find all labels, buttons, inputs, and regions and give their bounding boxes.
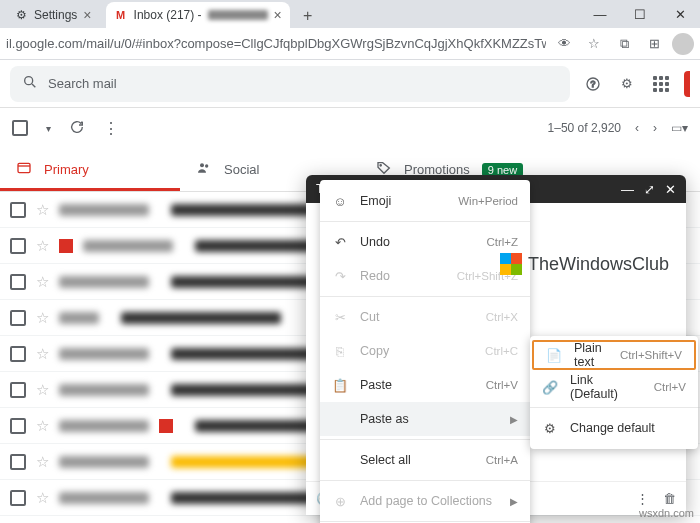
search-box[interactable]: Search mail (10, 66, 570, 102)
more-compose-icon[interactable]: ⋮ (636, 491, 649, 506)
tab-title: Settings (34, 8, 77, 22)
gear-icon: ⚙ (14, 8, 28, 22)
label-icon (159, 419, 173, 433)
expand-compose-icon[interactable]: ⤢ (644, 182, 655, 197)
star-icon[interactable]: ☆ (36, 489, 49, 507)
minimize-button[interactable]: — (580, 0, 620, 28)
cut-icon: ✂ (332, 310, 348, 325)
tab-primary[interactable]: Primary (0, 148, 180, 191)
star-icon[interactable]: ☆ (582, 32, 606, 56)
input-tools-icon[interactable]: ▭▾ (671, 121, 688, 135)
tab-label: Social (224, 162, 259, 177)
select-all-checkbox[interactable] (12, 120, 28, 136)
more-icon[interactable]: ⋮ (103, 119, 119, 138)
collections-icon[interactable]: ⧉ (612, 32, 636, 56)
row-checkbox[interactable] (10, 382, 26, 398)
ctx-paste-as[interactable]: Paste as▶ (320, 402, 530, 436)
close-icon[interactable]: × (83, 7, 91, 23)
sender (59, 276, 149, 288)
next-page-icon[interactable]: › (653, 121, 657, 135)
url-text[interactable]: il.google.com/mail/u/0/#inbox?compose=Cl… (6, 36, 546, 51)
close-window-button[interactable]: ✕ (660, 0, 700, 28)
ctx-shortcut: Ctrl+A (486, 454, 518, 466)
row-checkbox[interactable] (10, 490, 26, 506)
gear-icon: ⚙ (542, 421, 558, 436)
sender (59, 312, 99, 324)
ctx-label: Select all (360, 453, 411, 467)
prev-page-icon[interactable]: ‹ (635, 121, 639, 135)
refresh-icon[interactable] (69, 119, 85, 138)
star-icon[interactable]: ☆ (36, 417, 49, 435)
row-checkbox[interactable] (10, 454, 26, 470)
maximize-button[interactable]: ☐ (620, 0, 660, 28)
row-checkbox[interactable] (10, 346, 26, 362)
close-icon[interactable]: × (274, 7, 282, 23)
paste-icon: 📋 (332, 378, 348, 393)
apps-icon[interactable] (650, 73, 672, 95)
subject (121, 312, 281, 324)
redo-icon: ↷ (332, 269, 348, 284)
row-checkbox[interactable] (10, 418, 26, 434)
gmail-icon: M (114, 8, 128, 22)
settings-gear-icon[interactable]: ⚙ (616, 73, 638, 95)
ctx-emoji[interactable]: ☺EmojiWin+Period (320, 184, 530, 218)
ctx-copy: ⎘CopyCtrl+C (320, 334, 530, 368)
ctx-label: Paste (360, 378, 392, 392)
help-icon[interactable]: ? (582, 73, 604, 95)
sender (59, 204, 149, 216)
minimize-compose-icon[interactable]: — (621, 182, 634, 197)
mail-toolbar: ▾ ⋮ 1–50 of 2,920 ‹ › ▭▾ (0, 108, 700, 148)
account-avatar[interactable] (684, 71, 690, 97)
sender (59, 420, 149, 432)
star-icon[interactable]: ☆ (36, 453, 49, 471)
submenu-change-default[interactable]: ⚙Change default (530, 411, 698, 445)
chevron-down-icon[interactable]: ▾ (46, 123, 51, 134)
svg-point-7 (380, 165, 381, 166)
tab-title-blur (208, 10, 268, 20)
ctx-shortcut: Ctrl+Shift+V (620, 349, 682, 361)
ctx-label: Cut (360, 310, 379, 324)
star-icon[interactable]: ☆ (36, 345, 49, 363)
ctx-shortcut: Ctrl+C (485, 345, 518, 357)
star-icon[interactable]: ☆ (36, 309, 49, 327)
ctx-select-all[interactable]: Select allCtrl+A (320, 443, 530, 477)
star-icon[interactable]: ☆ (36, 201, 49, 219)
ctx-label: Link (Default) (570, 373, 642, 401)
svg-point-5 (200, 163, 204, 167)
profile-avatar[interactable] (672, 33, 694, 55)
star-icon[interactable]: ☆ (36, 381, 49, 399)
ctx-paste[interactable]: 📋PasteCtrl+V (320, 368, 530, 402)
delete-draft-icon[interactable]: 🗑 (663, 491, 676, 506)
row-checkbox[interactable] (10, 202, 26, 218)
separator (320, 439, 530, 440)
new-tab-button[interactable]: + (296, 4, 320, 28)
row-checkbox[interactable] (10, 238, 26, 254)
svg-line-1 (32, 84, 35, 87)
watermark-wsxdn: wsxdn.com (639, 507, 694, 519)
inbox-icon (16, 160, 32, 179)
submenu-plain-text[interactable]: 📄Plain textCtrl+Shift+V (532, 340, 696, 370)
ctx-label: Plain text (574, 341, 608, 369)
browser-tab-settings[interactable]: ⚙ Settings × (6, 2, 100, 28)
close-compose-icon[interactable]: ✕ (665, 182, 676, 197)
ctx-redo: ↷RedoCtrl+Shift+Z (320, 259, 530, 293)
window-controls: — ☐ ✕ (580, 0, 700, 28)
svg-text:?: ? (591, 79, 596, 89)
extensions-icon[interactable]: ⊞ (642, 32, 666, 56)
browser-tab-gmail[interactable]: M Inbox (217) - × (106, 2, 290, 28)
sender (59, 348, 149, 360)
ctx-shortcut: Ctrl+V (486, 379, 518, 391)
ctx-undo[interactable]: ↶UndoCtrl+Z (320, 225, 530, 259)
star-icon[interactable]: ☆ (36, 273, 49, 291)
ctx-label: Copy (360, 344, 389, 358)
eye-icon[interactable]: 👁 (552, 32, 576, 56)
search-icon (22, 74, 38, 93)
gmail-header: Search mail ? ⚙ (0, 60, 700, 108)
context-menu: ☺EmojiWin+Period ↶UndoCtrl+Z ↷RedoCtrl+S… (320, 180, 530, 523)
row-checkbox[interactable] (10, 310, 26, 326)
row-checkbox[interactable] (10, 274, 26, 290)
separator (320, 221, 530, 222)
star-icon[interactable]: ☆ (36, 237, 49, 255)
svg-point-6 (205, 164, 208, 167)
submenu-link[interactable]: 🔗Link (Default)Ctrl+V (530, 370, 698, 404)
